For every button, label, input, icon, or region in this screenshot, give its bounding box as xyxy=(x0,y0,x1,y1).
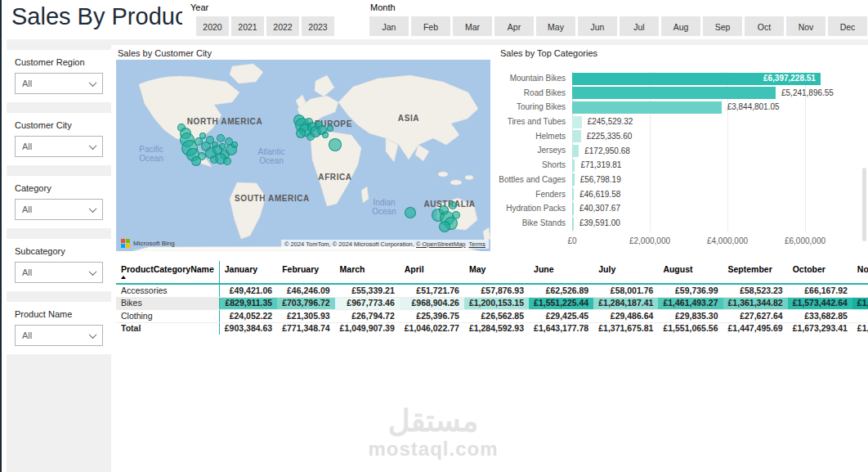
map-data-bubble[interactable] xyxy=(452,211,460,219)
bar-category-label: Touring Bikes xyxy=(497,100,566,115)
month-button-mar[interactable]: Mar xyxy=(453,16,492,36)
column-header-june[interactable]: June xyxy=(529,261,593,284)
value-cell: £49,421.06 xyxy=(219,284,277,297)
month-button-nov[interactable]: Nov xyxy=(786,16,825,36)
bar-row: £5,241,896.55 xyxy=(572,86,860,101)
value-cell: £1,780,920.06 xyxy=(852,322,868,335)
year-buttons: 2020202120222023 xyxy=(196,16,334,36)
value-cell: £903,384.63 xyxy=(219,322,277,335)
column-header-march[interactable]: March xyxy=(335,261,400,284)
map-data-bubble[interactable] xyxy=(322,132,329,138)
year-button-2022[interactable]: 2022 xyxy=(266,16,299,36)
bar-category-label: Tires and Tubes xyxy=(497,115,566,129)
column-header-label: November xyxy=(857,264,868,274)
map-data-bubble[interactable] xyxy=(306,133,315,141)
map-data-bubble[interactable] xyxy=(327,125,333,132)
map-data-bubble[interactable] xyxy=(191,156,201,166)
map-data-bubble[interactable] xyxy=(219,143,226,150)
filter-dropdown[interactable]: All xyxy=(15,199,103,220)
column-header-productcategoryname[interactable]: ProductCategoryName xyxy=(116,261,219,284)
map-data-bubble[interactable] xyxy=(329,138,342,151)
month-button-feb[interactable]: Feb xyxy=(411,16,450,36)
value-cell: £57,876.93 xyxy=(464,284,529,297)
bar-touring-bikes[interactable] xyxy=(572,101,722,114)
month-button-may[interactable]: May xyxy=(536,16,575,36)
world-map[interactable]: NORTH AMERICAEUROPEASIAAFRICASOUTH AMERI… xyxy=(116,60,490,251)
bar-row: £3,844,801.05 xyxy=(572,100,860,115)
column-header-january[interactable]: January xyxy=(219,261,277,284)
row-header: Accessories xyxy=(116,284,219,297)
bar-jerseys[interactable] xyxy=(572,145,579,157)
year-button-2023[interactable]: 2023 xyxy=(302,16,334,36)
month-button-aug[interactable]: Aug xyxy=(661,16,700,36)
filter-sidebar: Customer RegionAllCustomer CityAllCatego… xyxy=(7,45,111,472)
column-header-label: October xyxy=(793,264,825,274)
value-cell: £62,526.89 xyxy=(529,284,593,297)
map-provider: Microsoft Bing xyxy=(121,239,175,248)
watermark: مستقل mostaql.com xyxy=(335,403,531,459)
bar-shorts[interactable] xyxy=(572,160,575,172)
table-row-accessories: Accessories£49,421.06£46,246.09£55,339.2… xyxy=(116,284,868,297)
month-button-sep[interactable]: Sep xyxy=(703,16,742,36)
year-button-2020[interactable]: 2020 xyxy=(196,16,229,36)
terms-link[interactable]: Terms xyxy=(469,240,485,248)
column-header-february[interactable]: February xyxy=(277,261,334,284)
bar-bike-stands[interactable] xyxy=(572,218,574,230)
column-header-april[interactable]: April xyxy=(400,261,464,284)
bar-tires-and-tubes[interactable] xyxy=(572,116,582,128)
month-button-oct[interactable]: Oct xyxy=(745,16,784,36)
row-header: Bikes xyxy=(116,297,219,310)
column-header-may[interactable]: May xyxy=(464,261,529,284)
map-data-bubble[interactable] xyxy=(217,134,225,142)
filter-card-category: CategoryAll xyxy=(7,176,111,228)
column-header-label: ProductCategoryName xyxy=(121,264,214,274)
bar-category-label: Bottles and Cages xyxy=(497,173,566,187)
map-data-bubble[interactable] xyxy=(439,221,450,232)
filter-dropdown[interactable]: All xyxy=(15,262,103,283)
map-data-bubble[interactable] xyxy=(405,207,416,218)
value-cell: £829,911.35 xyxy=(219,297,277,310)
month-buttons: JanFebMarAprMayJunJulAugSepOctNovDec xyxy=(369,16,867,36)
bar-fenders[interactable] xyxy=(572,188,574,200)
bar-value-label: £40,307.67 xyxy=(579,201,620,216)
bar-helmets[interactable] xyxy=(572,130,581,142)
chevron-down-icon xyxy=(89,205,97,213)
month-button-jan[interactable]: Jan xyxy=(369,16,409,36)
value-cell: £1,361,344.82 xyxy=(723,297,788,310)
column-header-august[interactable]: August xyxy=(658,261,723,284)
map-data-bubble[interactable] xyxy=(223,157,231,165)
value-cell: £51,721.76 xyxy=(400,284,464,297)
month-button-jul[interactable]: Jul xyxy=(620,16,659,36)
openstreetmap-link[interactable]: © OpenStreetMap xyxy=(416,240,466,248)
map-data-bubble[interactable] xyxy=(449,201,457,209)
bar-bottles-and-cages[interactable] xyxy=(572,173,575,186)
bar-road-bikes[interactable] xyxy=(572,87,776,99)
column-header-october[interactable]: October xyxy=(788,261,852,284)
sort-ascending-icon xyxy=(121,276,126,279)
table-row-bikes: Bikes£829,911.35£703,796.72£967,773.46£9… xyxy=(116,297,868,310)
column-header-label: February xyxy=(282,264,319,274)
filter-dropdown[interactable]: All xyxy=(15,325,103,346)
map-data-bubble[interactable] xyxy=(210,155,218,164)
column-header-september[interactable]: September xyxy=(723,261,788,284)
map-data-bubble[interactable] xyxy=(296,128,306,138)
value-cell: £1,573,442.64 xyxy=(788,297,852,310)
value-cell: £58,523.23 xyxy=(723,284,788,297)
map-landmass xyxy=(116,60,490,251)
month-button-dec[interactable]: Dec xyxy=(828,16,867,36)
map-data-bubble[interactable] xyxy=(199,133,206,139)
map-data-bubble[interactable] xyxy=(231,142,238,148)
value-cell: £29,835.30 xyxy=(658,310,723,323)
dashboard: Sales By Product Year 2020202120222023 M… xyxy=(0,0,868,472)
bar-value-label: £172,950.68 xyxy=(584,144,630,159)
filter-dropdown[interactable]: All xyxy=(15,73,103,94)
column-header-july[interactable]: July xyxy=(593,261,658,284)
row-header: Total xyxy=(116,322,219,335)
year-button-2021[interactable]: 2021 xyxy=(231,16,264,36)
column-header-november[interactable]: November xyxy=(852,261,868,284)
bar-hydration-packs[interactable] xyxy=(572,203,574,215)
month-button-jun[interactable]: Jun xyxy=(578,16,617,36)
filter-dropdown[interactable]: All xyxy=(15,136,103,157)
month-button-apr[interactable]: Apr xyxy=(494,16,534,36)
bar-chart-scrollbar[interactable] xyxy=(862,168,866,241)
